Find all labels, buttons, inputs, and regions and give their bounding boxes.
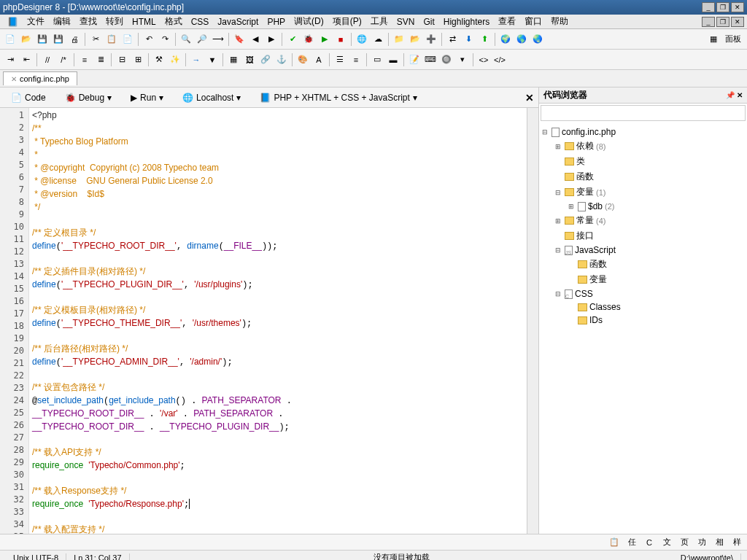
menu-帮助[interactable]: 帮助 [546,14,573,29]
stop-icon[interactable]: ■ [333,32,348,47]
tree-item[interactable]: 接口 [541,228,746,244]
menu-HTML[interactable]: HTML [128,15,160,28]
localhost-button[interactable]: 🌐 Localhost ▾ [176,89,247,106]
run-view-button[interactable]: ▶ Run ▾ [124,89,170,106]
unfold-icon[interactable]: ⊞ [131,52,145,67]
outdent-icon[interactable]: ⇤ [19,52,34,67]
align-left-icon[interactable]: ≡ [77,52,92,67]
code-editor[interactable]: 1234567891011121314151617181920212223242… [0,108,538,534]
input-icon[interactable]: ⌨ [423,52,438,67]
code-view-button[interactable]: 📄 Code [4,89,53,106]
replace-icon[interactable]: 🔎 [195,32,209,47]
menu-查看[interactable]: 查看 [494,14,520,29]
pin-icon[interactable]: 📌 ✕ [726,91,743,99]
panel-label[interactable]: 面板 [722,34,744,44]
undo-icon[interactable]: ↶ [142,32,156,47]
panel-tab[interactable]: 页 [677,536,692,549]
menu-调试(D)[interactable]: 调试(D) [290,14,328,29]
paste-icon[interactable]: 📄 [120,32,135,47]
button-icon[interactable]: 🔘 [439,52,454,67]
panel-tab[interactable]: 样 [729,536,744,549]
panel-toggle-icon[interactable]: ▦ [706,32,721,47]
tree-item[interactable]: IDs [541,314,746,327]
anchor-icon[interactable]: ⚓ [274,52,289,67]
menu-Highlighters[interactable]: Highlighters [439,15,494,28]
align-center-icon[interactable]: ≣ [93,52,108,67]
image-icon[interactable]: 🖼 [242,52,257,67]
menu-窗口[interactable]: 窗口 [520,14,546,29]
debug-icon[interactable]: 🐞 [301,32,316,47]
comment-icon[interactable]: // [40,52,55,67]
panel-tab[interactable]: 任 [624,536,639,549]
format-icon[interactable]: ⚒ [152,52,166,67]
menu-JavaScript[interactable]: JavaScript [213,15,263,28]
div-icon[interactable]: ▭ [370,52,384,67]
goto-icon[interactable]: ⟶ [211,32,225,47]
debug-view-button[interactable]: 🐞 Debug ▾ [58,89,118,106]
mdi-close-button[interactable]: ✕ [731,17,744,27]
span-icon[interactable]: ▬ [386,52,400,67]
project-open-icon[interactable]: 📂 [408,32,422,47]
menu-工具[interactable]: 工具 [366,14,392,29]
panel-tab[interactable]: 功 [694,536,709,549]
tree-item[interactable]: 函数 [541,257,746,272]
panel-search-input[interactable] [541,105,746,121]
indent-icon[interactable]: ⇥ [3,52,18,67]
fold-icon[interactable]: ⊟ [115,52,129,67]
svn-icon[interactable]: ⬇ [461,32,476,47]
arrow-down-icon[interactable]: ▼ [205,52,220,67]
mdi-maximize-button[interactable]: ❐ [716,17,729,27]
menu-查找[interactable]: 查找 [75,14,101,29]
close-tab-icon[interactable]: ✕ [11,75,17,83]
tree-file-root[interactable]: ⊟ config.inc.php [541,125,746,139]
beautify-icon[interactable]: ✨ [168,52,182,67]
menu-文件[interactable]: 文件 [23,14,49,29]
run-icon[interactable]: ▶ [317,32,332,47]
maximize-button[interactable]: ❐ [716,2,729,12]
tree-item[interactable]: ⊟JavaScript [541,244,746,257]
open-file-icon[interactable]: 📂 [19,32,34,47]
panel-tab[interactable]: 相 [712,536,727,549]
arrow-right-icon[interactable]: → [189,52,204,67]
next-bookmark-icon[interactable]: ▶ [264,32,279,47]
diff-icon[interactable]: ⇄ [445,32,460,47]
tree-item[interactable]: ⊞依赖 (8) [541,139,746,154]
browser-icon[interactable]: 🌐 [355,32,369,47]
print-icon[interactable]: 🖨 [67,32,82,47]
code-content[interactable]: <?php /** * Typecho Blog Platform * * @c… [29,108,538,534]
tree-item[interactable]: ⊞常量 (4) [541,213,746,228]
code-tree[interactable]: ⊟ config.inc.php ⊞依赖 (8)类函数⊟变量 (1)⊞$db (… [539,122,747,534]
select-icon[interactable]: ▾ [455,52,470,67]
uncomment-icon[interactable]: /* [56,52,71,67]
tree-item[interactable]: 变量 [541,272,746,287]
menu-项目(P)[interactable]: 项目(P) [328,14,366,29]
new-file-icon[interactable]: 📄 [3,32,18,47]
language-button[interactable]: 📘 PHP + XHTML + CSS + JavaScript ▾ [253,89,423,106]
redo-icon[interactable]: ↷ [158,32,172,47]
panel-tab-icon[interactable]: 📋 [607,536,622,549]
menu-转到[interactable]: 转到 [101,14,128,29]
editor-close-icon[interactable]: ✕ [525,92,534,104]
tree-item[interactable]: 类 [541,154,746,169]
save-icon[interactable]: 💾 [35,32,50,47]
font-icon[interactable]: A [311,52,326,67]
globe2-icon[interactable]: 🌎 [514,32,529,47]
panel-tab[interactable]: 文 [659,536,674,549]
vertical-scrollbar[interactable] [527,108,538,534]
tree-item[interactable]: Classes [541,300,746,314]
cut-icon[interactable]: ✂ [88,32,103,47]
menu-格式[interactable]: 格式 [160,14,187,29]
menu-CSS[interactable]: CSS [187,15,214,28]
project-icon[interactable]: 📁 [392,32,406,47]
find-icon[interactable]: 🔍 [179,32,193,47]
copy-icon[interactable]: 📋 [104,32,119,47]
prev-bookmark-icon[interactable]: ◀ [248,32,263,47]
list-ul-icon[interactable]: ☰ [333,52,347,67]
menu-SVN[interactable]: SVN [392,15,419,28]
menu-PHP[interactable]: PHP [263,15,290,28]
tag-icon[interactable]: <> [476,52,491,67]
form-icon[interactable]: 📝 [407,52,422,67]
color-icon[interactable]: 🎨 [295,52,310,67]
ftp-icon[interactable]: ☁ [371,32,385,47]
menu-编辑[interactable]: 编辑 [49,14,75,29]
